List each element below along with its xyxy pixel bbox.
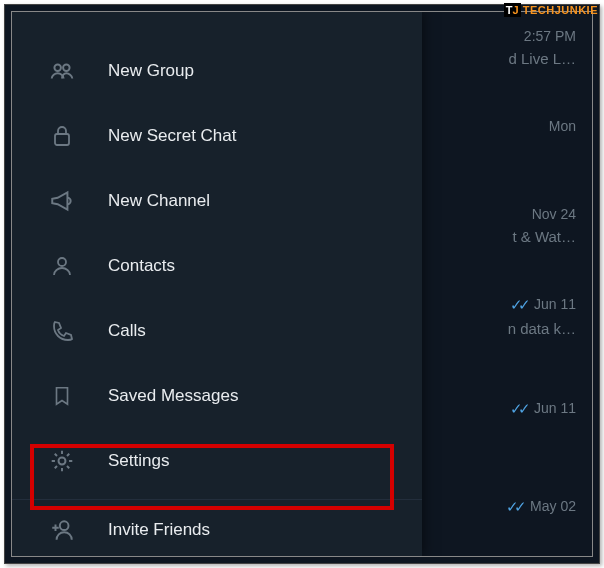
menu-new-channel[interactable]: New Channel xyxy=(12,168,422,233)
group-icon xyxy=(48,57,76,85)
contact-icon xyxy=(48,252,76,280)
menu-settings[interactable]: Settings xyxy=(12,428,422,493)
menu-label: Settings xyxy=(108,451,169,471)
megaphone-icon xyxy=(48,187,76,215)
svg-rect-2 xyxy=(55,134,69,145)
app-viewport: 2:57 PM d Live L… Mon Nov 24 t & Wat… ✓✓… xyxy=(11,11,593,557)
add-friend-icon xyxy=(48,516,76,544)
read-checks-icon: ✓✓ xyxy=(510,296,526,314)
window-frame: 2:57 PM d Live L… Mon Nov 24 t & Wat… ✓✓… xyxy=(4,4,600,564)
svg-point-1 xyxy=(63,64,70,71)
watermark-logo: TJ xyxy=(504,3,521,17)
menu-label: Contacts xyxy=(108,256,175,276)
menu-label: Calls xyxy=(108,321,146,341)
menu-label: New Secret Chat xyxy=(108,126,237,146)
menu-label: Invite Friends xyxy=(108,520,210,540)
menu-divider xyxy=(12,499,422,500)
read-checks-icon: ✓✓ xyxy=(510,400,526,418)
menu-new-group[interactable]: New Group xyxy=(12,38,422,103)
menu-label: New Group xyxy=(108,61,194,81)
menu-saved-messages[interactable]: Saved Messages xyxy=(12,363,422,428)
svg-point-4 xyxy=(59,457,66,464)
menu-invite-friends[interactable]: Invite Friends xyxy=(12,504,422,556)
menu-label: Saved Messages xyxy=(108,386,238,406)
side-drawer: New Group New Secret Chat New Channel Co… xyxy=(12,12,422,556)
menu-label: New Channel xyxy=(108,191,210,211)
gear-icon xyxy=(48,447,76,475)
menu-calls[interactable]: Calls xyxy=(12,298,422,363)
svg-point-3 xyxy=(58,258,66,266)
bookmark-icon xyxy=(48,382,76,410)
menu-new-secret-chat[interactable]: New Secret Chat xyxy=(12,103,422,168)
read-checks-icon: ✓✓ xyxy=(506,498,522,516)
menu-contacts[interactable]: Contacts xyxy=(12,233,422,298)
lock-icon xyxy=(48,122,76,150)
svg-point-5 xyxy=(60,521,69,530)
svg-point-0 xyxy=(54,64,61,71)
phone-icon xyxy=(48,317,76,345)
watermark: TJ TECHJUNKIE xyxy=(504,0,598,20)
watermark-text: TECHJUNKIE xyxy=(523,4,598,16)
